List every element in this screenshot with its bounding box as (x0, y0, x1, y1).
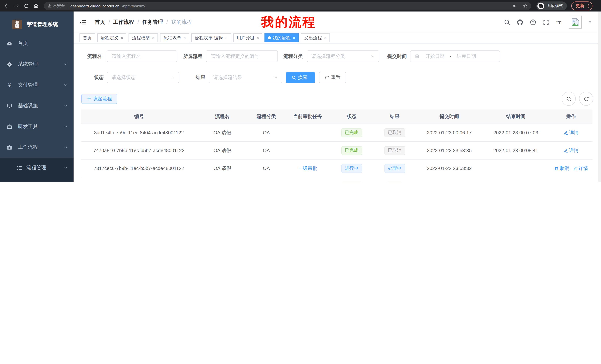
column-header: 流程分类 (248, 109, 285, 124)
github-icon[interactable] (517, 19, 523, 25)
incognito-label: 无痕模式 (547, 3, 563, 9)
tab-home[interactable]: 首页 (80, 33, 95, 42)
scrollbar[interactable] (598, 11, 601, 182)
content: 流程名 所属流程 流程分类 请选择流程分类 提交时间 开始日期 - 结束日期 (74, 43, 601, 182)
process-name-input-field[interactable] (111, 53, 173, 59)
refresh-table-button[interactable] (579, 92, 593, 106)
tab-my-process[interactable]: 我的流程 × (264, 33, 299, 42)
result-select[interactable]: 请选择流结果 (209, 72, 282, 83)
sidebar-item-infrastructure[interactable]: 基础设施 (0, 95, 74, 116)
table-toolbar: 发起流程 (81, 92, 593, 106)
cell-process-name: OA 请假 (197, 124, 248, 142)
trash-icon (554, 166, 559, 171)
sidebar-item-workflow[interactable]: 工作流程 (0, 137, 74, 158)
sidebar-fold-icon[interactable] (79, 18, 87, 26)
key-icon[interactable] (513, 3, 517, 8)
refresh-icon (325, 75, 329, 80)
caret-down-icon[interactable] (588, 20, 592, 24)
parent-process-input-field[interactable] (210, 53, 273, 59)
sidebar-item-task-mgmt[interactable]: 任务管理 (0, 178, 74, 182)
start-date-placeholder[interactable]: 开始日期 (425, 53, 445, 59)
close-icon[interactable]: × (225, 36, 228, 40)
sidebar-item-process-mgmt[interactable]: 流程管理 (0, 158, 74, 178)
close-icon[interactable]: × (324, 36, 327, 40)
sidebar-menu: 首页 系统管理 ¥ 支付管理 基础设施 研发工具 工作流程 (0, 33, 74, 182)
category-select[interactable]: 请选择流程分类 (307, 50, 379, 62)
list-icon (17, 165, 22, 171)
edit-icon (573, 166, 577, 171)
detail-action-link[interactable]: 详情 (563, 147, 579, 154)
search-button[interactable]: 搜索 (286, 72, 315, 83)
warning-icon (48, 4, 52, 8)
tab-process-form-edit[interactable]: 流程表单-编辑 × (191, 33, 231, 42)
browser-home-button[interactable] (32, 2, 40, 10)
action-label: 详情 (579, 165, 588, 172)
incognito-badge[interactable]: 无痕模式 (536, 1, 567, 10)
tab-label: 我的流程 (273, 35, 290, 41)
status-placeholder: 请选择状态 (111, 74, 136, 81)
status-badge: 已完成 (341, 146, 362, 155)
close-icon[interactable]: × (152, 36, 155, 40)
fullscreen-icon[interactable] (543, 19, 549, 25)
breadcrumb-item[interactable]: 任务管理 (142, 19, 163, 25)
breadcrumb: 首页/工作流程/任务管理/我的流程 (95, 19, 192, 25)
parent-process-input[interactable] (206, 50, 278, 62)
home-icon (33, 3, 39, 8)
browser-back-button[interactable] (3, 2, 11, 10)
task-link[interactable]: 一级审批 (298, 165, 317, 172)
status-badge: 已完成 (341, 128, 362, 137)
app-logo[interactable]: 芋道管理系统 (0, 11, 74, 28)
sidebar-item-label: 首页 (18, 40, 28, 47)
close-icon[interactable]: × (121, 36, 123, 40)
security-indicator[interactable]: 不安全 (48, 3, 65, 8)
tab-process-definition[interactable]: 流程定义 × (97, 33, 127, 42)
browser-forward-button[interactable] (13, 2, 21, 10)
bookmark-star-icon[interactable] (523, 3, 527, 8)
font-size-icon[interactable]: TT (556, 19, 562, 25)
cell-actions: 详情 (550, 177, 592, 182)
address-bar[interactable]: 不安全 dashboard.yudao.iocoder.cn/bpm/task/… (44, 2, 531, 10)
tab-process-form[interactable]: 流程表单 × (160, 33, 189, 42)
tab-user-group[interactable]: 用户分组 × (233, 33, 262, 42)
help-icon[interactable] (530, 19, 536, 25)
menu-dots-icon[interactable] (586, 3, 591, 8)
breadcrumb-separator: / (109, 19, 110, 25)
start-process-button[interactable]: 发起流程 (81, 94, 117, 104)
breadcrumb-item[interactable]: 工作流程 (113, 19, 134, 25)
status-select[interactable]: 请选择状态 (107, 72, 179, 83)
chevron-down-icon (170, 75, 175, 79)
search-icon (566, 96, 571, 102)
search-icon[interactable] (504, 19, 510, 25)
cancel-action-link[interactable]: 取消 (554, 165, 569, 172)
tab-start-process[interactable]: 发起流程 × (301, 33, 330, 42)
end-date-placeholder[interactable]: 结束日期 (457, 53, 476, 59)
cell-process-id: 7317cec6-7b9b-11ec-b5b7-acde48001122 (81, 159, 197, 177)
cell-end-time: 2022-01-23 00:07:03 (482, 124, 550, 142)
sidebar-item-devtools[interactable]: 研发工具 (0, 116, 74, 137)
sidebar-item-label: 支付管理 (18, 82, 38, 88)
start-process-label: 发起流程 (93, 96, 112, 102)
close-icon[interactable]: × (257, 36, 259, 40)
sidebar-item-home[interactable]: 首页 (0, 33, 74, 54)
cell-actions: 详情 (550, 124, 592, 142)
action-label: 取消 (560, 165, 569, 172)
close-icon[interactable]: × (293, 36, 295, 40)
process-name-input[interactable] (107, 50, 177, 62)
detail-action-link[interactable]: 详情 (573, 165, 588, 172)
toggle-search-button[interactable] (562, 92, 576, 106)
sidebar-item-payment[interactable]: ¥ 支付管理 (0, 75, 74, 95)
edit-icon (563, 148, 568, 153)
close-icon[interactable]: × (183, 36, 186, 40)
tab-process-model[interactable]: 流程模型 × (129, 33, 158, 42)
breadcrumb-separator: / (137, 19, 139, 25)
column-header: 结果 (372, 109, 417, 124)
browser-update-button[interactable]: 更新 (571, 1, 592, 10)
submit-time-range-picker[interactable]: 开始日期 - 结束日期 (410, 50, 500, 62)
breadcrumb-item[interactable]: 首页 (95, 19, 105, 25)
browser-reload-button[interactable] (22, 2, 30, 10)
column-header: 结束时间 (482, 109, 550, 124)
sidebar-item-system[interactable]: 系统管理 (0, 54, 74, 75)
detail-action-link[interactable]: 详情 (563, 129, 579, 136)
reset-button[interactable]: 重置 (319, 72, 346, 83)
avatar[interactable] (569, 16, 582, 29)
